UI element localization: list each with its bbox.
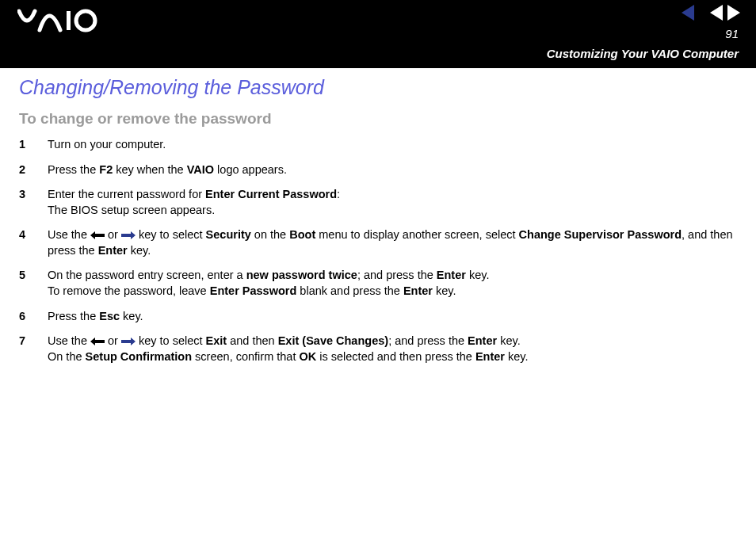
step-item: 1Turn on your computer. [19,137,737,153]
step-text: Press the Esc key. [48,309,737,325]
svg-rect-0 [67,11,71,30]
step-item: 5On the password entry screen, enter a n… [19,268,737,299]
step-number: 1 [19,137,48,153]
step-number: 2 [19,162,48,178]
step-item: 3Enter the current password for Enter Cu… [19,187,737,218]
contents-nav-icon[interactable] [682,5,694,21]
page-subheading: To change or remove the password [19,110,737,128]
next-page-icon[interactable] [727,5,740,21]
step-text: On the password entry screen, enter a ne… [48,268,737,299]
step-number: 5 [19,268,48,299]
step-number: 4 [19,227,48,258]
svg-point-1 [76,11,95,30]
step-text: Turn on your computer. [48,137,737,153]
step-item: 2Press the F2 key when the VAIO logo app… [19,162,737,178]
step-text: Press the F2 key when the VAIO logo appe… [48,162,737,178]
step-item: 6Press the Esc key. [19,309,737,325]
page-heading: Changing/Removing the Password [19,76,737,99]
step-text: Use the or key to select Exit and then E… [48,334,737,364]
prev-page-icon[interactable] [710,5,723,21]
nav-controls [682,5,740,21]
page-number: 91 [725,27,739,40]
step-text: Use the or key to select Security on the… [48,227,737,258]
step-item: 7Use the or key to select Exit and then … [19,334,737,364]
page-content: Changing/Removing the Password To change… [0,68,756,382]
steps-list: 1Turn on your computer.2Press the F2 key… [19,137,737,364]
step-item: 4Use the or key to select Security on th… [19,227,737,258]
header-bar: 91 Customizing Your VAIO Computer [0,0,756,68]
step-number: 7 [19,334,48,364]
section-title: Customizing Your VAIO Computer [547,47,739,60]
vaio-logo [17,8,113,36]
step-number: 6 [19,309,48,325]
step-number: 3 [19,187,48,218]
step-text: Enter the current password for Enter Cur… [48,187,737,218]
